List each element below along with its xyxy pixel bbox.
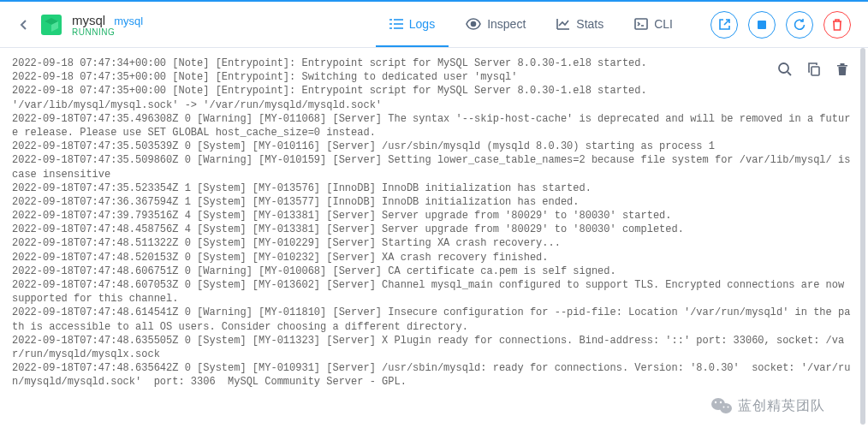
restart-button[interactable] bbox=[786, 11, 813, 39]
watermark: 蓝创精英团队 bbox=[710, 396, 825, 415]
stop-button[interactable] bbox=[748, 11, 776, 39]
eye-icon bbox=[466, 18, 481, 30]
container-icon bbox=[41, 15, 62, 35]
open-browser-button[interactable] bbox=[710, 11, 738, 39]
tab-label: Stats bbox=[576, 17, 603, 31]
tab-logs[interactable]: Logs bbox=[376, 2, 449, 47]
terminal-icon bbox=[634, 18, 648, 30]
log-output[interactable]: 2022-09-18 07:47:34+00:00 [Note] [Entryp… bbox=[12, 56, 856, 389]
log-toolbar bbox=[777, 62, 849, 77]
title-block: mysql mysql RUNNING bbox=[72, 13, 143, 37]
search-logs-button[interactable] bbox=[777, 62, 793, 77]
svg-point-16 bbox=[720, 401, 722, 403]
wechat-icon bbox=[710, 396, 733, 415]
svg-line-11 bbox=[788, 72, 791, 75]
svg-rect-12 bbox=[812, 67, 819, 75]
svg-point-15 bbox=[715, 401, 716, 403]
copy-logs-button[interactable] bbox=[806, 62, 822, 77]
tab-bar: Logs Inspect Stats CLI bbox=[376, 2, 687, 47]
tab-inspect[interactable]: Inspect bbox=[452, 2, 539, 47]
tab-label: Inspect bbox=[487, 17, 526, 31]
watermark-text: 蓝创精英团队 bbox=[738, 397, 825, 415]
delete-button[interactable] bbox=[823, 11, 851, 39]
back-button[interactable] bbox=[17, 18, 31, 32]
scrollbar[interactable] bbox=[860, 48, 865, 425]
svg-point-17 bbox=[723, 407, 725, 408]
tab-label: CLI bbox=[654, 17, 673, 31]
image-name[interactable]: mysql bbox=[114, 15, 143, 27]
svg-point-14 bbox=[720, 403, 732, 413]
svg-point-6 bbox=[472, 21, 476, 26]
svg-point-10 bbox=[779, 63, 788, 73]
tab-label: Logs bbox=[409, 17, 435, 31]
clear-logs-button[interactable] bbox=[835, 62, 849, 77]
header-bar: mysql mysql RUNNING Logs Inspect Stats C… bbox=[0, 0, 868, 48]
svg-rect-7 bbox=[635, 19, 647, 29]
svg-point-18 bbox=[728, 407, 729, 408]
tab-stats[interactable]: Stats bbox=[543, 2, 617, 47]
svg-rect-9 bbox=[758, 21, 766, 29]
tab-cli[interactable]: CLI bbox=[621, 2, 687, 47]
container-name: mysql bbox=[72, 13, 105, 27]
container-status: RUNNING bbox=[72, 27, 143, 37]
logs-icon bbox=[389, 18, 403, 30]
action-buttons bbox=[710, 11, 851, 39]
log-area: 2022-09-18 07:47:34+00:00 [Note] [Entryp… bbox=[0, 48, 868, 434]
chart-icon bbox=[556, 18, 570, 30]
